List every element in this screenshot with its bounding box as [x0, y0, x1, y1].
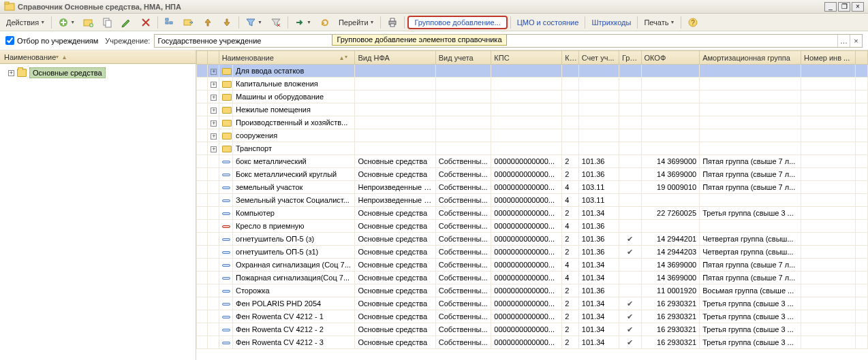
item-icon: [222, 277, 230, 280]
expand-icon[interactable]: +: [211, 69, 217, 75]
folder-icon: [222, 81, 232, 88]
barcodes-button[interactable]: Штрихкоды: [588, 16, 634, 29]
minimize-button[interactable]: _: [824, 2, 837, 12]
go-menu[interactable]: Перейти▼: [335, 16, 378, 29]
expand-icon[interactable]: +: [211, 82, 217, 88]
col-okof[interactable]: ОКОФ: [641, 51, 700, 65]
expand-icon[interactable]: +: [211, 133, 217, 140]
move-to-group-icon[interactable]: [180, 16, 198, 29]
table-row[interactable]: СторожкаОсновные средстваСобственны...00…: [197, 284, 868, 297]
expand-icon[interactable]: +: [211, 95, 217, 101]
combo-select-icon[interactable]: …: [837, 35, 850, 47]
table-row-folder[interactable]: +Капитальные вложения: [197, 78, 868, 91]
table-row[interactable]: Фен POLARIS PHD 2054Основные средстваСоб…: [197, 297, 868, 310]
table-row-folder[interactable]: +сооружения: [197, 129, 868, 142]
help-icon[interactable]: ?: [684, 16, 702, 29]
main-grid[interactable]: Наименование▾▴ Вид НФА Вид учета КПС К..…: [196, 50, 868, 349]
item-icon: [222, 303, 230, 306]
col-grp[interactable]: Гру...: [619, 51, 641, 65]
table-row[interactable]: бокс металлическийОсновные средстваСобст…: [197, 155, 868, 168]
table-row[interactable]: Земельный участок Социалист...Непроизвед…: [197, 194, 868, 207]
table-row-folder[interactable]: +Машины и оборудование: [197, 91, 868, 103]
col-name[interactable]: Наименование▾▴: [219, 51, 355, 65]
actions-menu[interactable]: Действия▼: [3, 16, 48, 29]
expand-icon[interactable]: +: [211, 120, 217, 127]
col-handle[interactable]: [197, 51, 208, 65]
table-row[interactable]: Охранная сигнализация (Соц 7...Основные …: [197, 259, 868, 272]
level-up-icon[interactable]: [199, 16, 217, 29]
table-row[interactable]: Фен Rowenta CV 4212 - 3Основные средства…: [197, 336, 868, 349]
item-icon: [222, 290, 230, 293]
close-button[interactable]: ×: [852, 2, 864, 12]
table-row-folder[interactable]: +Производственный и хозяйств...: [197, 116, 868, 129]
filter-checkbox-input[interactable]: [5, 36, 14, 45]
table-row[interactable]: Кресло в приемнуюОсновные средстваСобств…: [197, 220, 868, 233]
add-folder-icon[interactable]: [80, 16, 97, 29]
svg-text:?: ?: [692, 19, 696, 27]
item-icon: [222, 212, 230, 215]
institution-combo[interactable]: Государственное учреждение Групповое доб…: [154, 34, 863, 48]
table-row-folder[interactable]: +Транспорт: [197, 142, 868, 155]
folder-icon: [222, 94, 232, 101]
col-tail[interactable]: [855, 51, 867, 65]
print-icon[interactable]: [384, 16, 401, 29]
go-label: Перейти: [339, 18, 369, 27]
col-uchet[interactable]: Вид учета: [435, 51, 491, 65]
group-add-button[interactable]: Групповое добавление...: [407, 16, 507, 29]
expand-icon[interactable]: +: [211, 146, 217, 152]
item-icon: [222, 225, 230, 228]
grid-header-row: Наименование▾▴ Вид НФА Вид учета КПС К..…: [197, 51, 868, 65]
filter-chk-label: Отбор по учреждениям: [17, 37, 98, 45]
table-row[interactable]: КомпьютерОсновные средстваСобственны...0…: [197, 207, 868, 220]
cmo-button[interactable]: ЦМО и состояние: [514, 16, 583, 29]
expand-icon[interactable]: +: [211, 108, 217, 114]
combo-clear-icon[interactable]: ×: [850, 35, 862, 47]
filter-icon[interactable]: ▼: [242, 16, 266, 29]
item-icon: [222, 264, 230, 267]
level-down-icon[interactable]: [218, 16, 236, 29]
svg-rect-7: [166, 18, 168, 20]
toolbar: Действия▼ ▼ ▼ ▼ Перейти▼ Групповое добав…: [0, 14, 868, 31]
col-schet[interactable]: Счет уч...: [578, 51, 619, 65]
print-menu[interactable]: Печать▼: [640, 16, 678, 29]
app-icon: [4, 1, 15, 12]
restore-button[interactable]: ❐: [838, 2, 850, 12]
col-nfa[interactable]: Вид НФА: [355, 51, 435, 65]
svg-rect-8: [166, 22, 168, 24]
table-row[interactable]: Бокс металлический круглыйОсновные средс…: [197, 168, 868, 181]
hierarchy-icon[interactable]: [161, 16, 179, 29]
table-row[interactable]: огнетушитель ОП-5 (з)Основные средстваСо…: [197, 233, 868, 246]
table-row-folder[interactable]: +Для ввода остатков: [197, 65, 868, 78]
col-exp[interactable]: [208, 51, 219, 65]
col-num[interactable]: Номер инв ...: [801, 51, 856, 65]
table-row[interactable]: Фен Rowenta CV 4212 - 1Основные средства…: [197, 310, 868, 323]
check-icon: ✔: [627, 235, 633, 243]
item-icon: [222, 161, 230, 163]
table-row[interactable]: Пожарная сигнализация(Соц 7...Основные с…: [197, 272, 868, 284]
refresh-icon[interactable]: [316, 16, 334, 29]
col-k[interactable]: К...: [562, 51, 578, 65]
table-row-folder[interactable]: +Нежилые помещения: [197, 103, 868, 116]
svg-rect-12: [390, 18, 394, 21]
filter-by-inst-checkbox[interactable]: Отбор по учреждениям: [5, 36, 98, 45]
add-icon[interactable]: ▼: [55, 16, 78, 29]
institution-label: Учреждение:: [105, 37, 150, 45]
tree-header[interactable]: Наименование ▾▴: [0, 50, 196, 64]
table-row[interactable]: огнетушитель ОП-5 (з1)Основные средстваС…: [197, 246, 868, 259]
svg-rect-1: [5, 2, 9, 4]
expand-icon[interactable]: +: [8, 70, 14, 76]
check-icon: ✔: [627, 299, 633, 308]
tree-root-item[interactable]: + Основные средства: [1, 67, 194, 79]
col-amort[interactable]: Амортизационная группа: [700, 51, 801, 65]
col-kps[interactable]: КПС: [491, 51, 562, 65]
copy-icon[interactable]: [99, 16, 117, 29]
table-row[interactable]: земельный участокНепроизведенные а...Соб…: [197, 181, 868, 194]
item-icon: [222, 251, 230, 254]
goto-icon[interactable]: ▼: [291, 16, 315, 29]
item-icon: [222, 316, 230, 318]
check-icon: ✔: [627, 312, 633, 321]
table-row[interactable]: Фен Rowenta CV 4212 - 2Основные средства…: [197, 323, 868, 336]
filter-clear-icon[interactable]: [267, 16, 285, 29]
edit-icon[interactable]: [118, 16, 136, 29]
delete-icon[interactable]: [137, 16, 155, 29]
